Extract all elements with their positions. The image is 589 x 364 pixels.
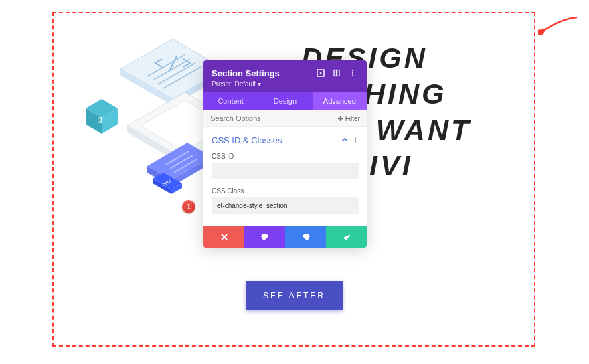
- see-after-button[interactable]: SEE AFTER: [246, 281, 343, 310]
- filter-label: Filter: [345, 115, 360, 122]
- section-settings-modal: Section Settings Preset: Default ▾ Conte…: [203, 60, 367, 248]
- svg-point-34: [355, 137, 356, 139]
- undo-button[interactable]: [244, 226, 285, 248]
- section-more-icon[interactable]: [352, 134, 359, 146]
- annotation-arrow: [538, 15, 578, 35]
- see-after-label: SEE AFTER: [263, 291, 325, 300]
- tab-content[interactable]: Content: [203, 92, 258, 110]
- svg-point-31: [352, 75, 353, 76]
- search-row: Filter: [203, 110, 367, 127]
- svg-point-30: [352, 72, 353, 74]
- svg-point-29: [352, 70, 353, 72]
- svg-point-35: [355, 139, 356, 141]
- modal-title: Section Settings: [212, 68, 311, 78]
- panel-body: CSS ID & Classes CSS ID CSS Class: [203, 127, 367, 226]
- css-id-input[interactable]: [212, 163, 359, 179]
- css-class-label: CSS Class: [212, 187, 359, 195]
- cancel-button[interactable]: [203, 226, 244, 248]
- redo-button[interactable]: [285, 226, 326, 248]
- expand-icon[interactable]: [315, 67, 327, 79]
- preset-label[interactable]: Preset: Default ▾: [212, 80, 359, 88]
- callout-marker-1: 1: [182, 199, 203, 215]
- modal-tabs: Content Design Advanced: [203, 92, 367, 110]
- save-button[interactable]: [326, 226, 367, 248]
- search-input[interactable]: [210, 114, 337, 122]
- svg-rect-27: [334, 70, 337, 76]
- layers-icon[interactable]: [331, 67, 343, 79]
- css-class-input[interactable]: [212, 197, 359, 214]
- section-css-id-classes[interactable]: CSS ID & Classes: [212, 135, 282, 145]
- tab-design[interactable]: Design: [258, 92, 312, 110]
- svg-point-26: [320, 72, 322, 74]
- chevron-up-icon[interactable]: [341, 134, 348, 146]
- css-id-label: CSS ID: [212, 153, 359, 160]
- modal-header: Section Settings Preset: Default ▾: [203, 60, 367, 92]
- tab-advanced[interactable]: Advanced: [313, 92, 367, 110]
- modal-footer: [203, 226, 367, 248]
- svg-point-36: [355, 141, 356, 143]
- more-icon[interactable]: [347, 67, 359, 79]
- svg-rect-28: [337, 70, 340, 76]
- callout-number: 1: [182, 200, 195, 213]
- filter-button[interactable]: Filter: [337, 115, 360, 122]
